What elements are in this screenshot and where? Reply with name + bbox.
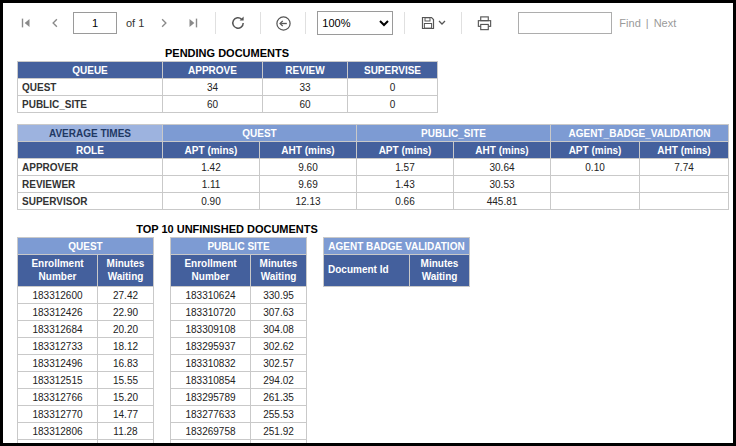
first-page-button[interactable] <box>15 12 37 34</box>
pending-header-row: QUEUE APPROVE REVIEW SUPERVISE <box>18 62 438 79</box>
print-button[interactable] <box>473 12 495 34</box>
column-header: APT (mins) <box>551 142 640 159</box>
pending-documents-table: QUEUE APPROVE REVIEW SUPERVISE QUEST3433… <box>17 61 438 113</box>
refresh-icon <box>230 15 246 31</box>
table-row: PUBLIC_SITE60600 <box>18 96 438 113</box>
refresh-button[interactable] <box>227 12 249 34</box>
table-cell: 183312770 <box>18 406 98 423</box>
print-icon <box>476 15 493 32</box>
table-cell: 9.69 <box>260 176 357 193</box>
next-link[interactable]: Next <box>654 17 677 29</box>
last-page-button[interactable] <box>182 12 204 34</box>
table-cell: 11.28 <box>98 423 154 440</box>
table-cell: 0 <box>348 79 438 96</box>
table-row: 18331280611.28 <box>18 423 154 440</box>
top10-agent-badge-table: AGENT BADGE VALIDATION Document Id Minut… <box>323 237 470 287</box>
table-row: 183310832302.57 <box>171 355 307 372</box>
table-cell: 1.43 <box>357 176 454 193</box>
table-cell: 183312684 <box>18 321 98 338</box>
table-cell: 1.11 <box>163 176 260 193</box>
table-cell: 330.95 <box>251 287 307 304</box>
back-to-parent-button[interactable] <box>272 12 294 34</box>
top10-quest-table: QUEST Enrollment Number Minutes Waiting … <box>17 237 154 446</box>
table-row: 18331242622.90 <box>18 304 154 321</box>
table-cell: 27.42 <box>98 287 154 304</box>
average-times-title: AVERAGE TIMES <box>18 125 163 142</box>
table-cell: 60 <box>263 96 348 113</box>
table-cell: 302.57 <box>251 355 307 372</box>
table-cell: 183277633 <box>171 406 251 423</box>
table-cell: 261.35 <box>251 389 307 406</box>
next-page-button[interactable] <box>153 12 175 34</box>
column-header: AHT (mins) <box>454 142 551 159</box>
find-next-links: Find | Next <box>619 17 676 29</box>
table-row: 183310720307.63 <box>171 304 307 321</box>
table-cell: 445.81 <box>454 193 551 210</box>
table-cell: 183312600 <box>18 287 98 304</box>
table-row: 18331276615.20 <box>18 389 154 406</box>
column-header: QUEUE <box>18 62 163 79</box>
find-input[interactable] <box>518 12 612 34</box>
zoom-select[interactable]: 100% <box>317 11 393 35</box>
column-header-row: Document Id Minutes Waiting <box>324 255 470 287</box>
group-header: AGENT_BADGE_VALIDATION <box>551 125 729 142</box>
table-cell: 183312806 <box>18 423 98 440</box>
column-header: Enrollment Number <box>171 255 251 287</box>
column-header: SUPERVISE <box>348 62 438 79</box>
table-row: 183310854294.02 <box>171 372 307 389</box>
table-name-row: AGENT BADGE VALIDATION <box>324 238 470 255</box>
table-cell: PUBLIC_SITE <box>18 96 163 113</box>
table-row: 18331268420.20 <box>18 321 154 338</box>
table-row: 183275035243.50 <box>171 440 307 446</box>
table-cell: 183310832 <box>171 355 251 372</box>
table-cell: 183312766 <box>18 389 98 406</box>
table-cell: 183312809 <box>18 440 98 446</box>
page-count-label: of 1 <box>126 17 144 29</box>
previous-page-icon <box>49 17 61 29</box>
table-cell: 34 <box>163 79 263 96</box>
column-header: Enrollment Number <box>18 255 98 287</box>
column-header: APPROVE <box>163 62 263 79</box>
table-cell: 183310720 <box>171 304 251 321</box>
page-number-input[interactable] <box>73 12 117 34</box>
table-cell: 15.55 <box>98 372 154 389</box>
top10-section: TOP 10 UNFINISHED DOCUMENTS QUEST Enroll… <box>17 223 733 446</box>
save-icon <box>420 15 436 31</box>
group-header: PUBLIC_SITE <box>357 125 551 142</box>
table-row: QUEST34330 <box>18 79 438 96</box>
chevron-down-icon <box>438 20 446 26</box>
table-cell: 30.64 <box>454 159 551 176</box>
table-cell: 0.66 <box>357 193 454 210</box>
table-cell: 294.02 <box>251 372 307 389</box>
find-link[interactable]: Find <box>619 17 640 29</box>
column-header-row: Enrollment Number Minutes Waiting <box>18 255 154 287</box>
table-cell <box>551 193 640 210</box>
table-cell: 0.10 <box>551 159 640 176</box>
toolbar-separator <box>215 12 216 34</box>
table-row: APPROVER1.429.601.5730.640.107.74 <box>18 159 729 176</box>
next-page-icon <box>158 17 170 29</box>
export-button[interactable] <box>416 12 450 34</box>
table-cell: 302.62 <box>251 338 307 355</box>
column-header: Minutes Waiting <box>251 255 307 287</box>
table-cell: 18.12 <box>98 338 154 355</box>
table-cell <box>640 176 729 193</box>
table-cell: 183295789 <box>171 389 251 406</box>
previous-page-button[interactable] <box>44 12 66 34</box>
table-cell: 0.90 <box>163 193 260 210</box>
table-cell: 183275035 <box>171 440 251 446</box>
table-cell: SUPERVISOR <box>18 193 163 210</box>
column-header: REVIEW <box>263 62 348 79</box>
table-row: 18331277014.77 <box>18 406 154 423</box>
table-cell: 183269758 <box>171 423 251 440</box>
table-row: 18331273318.12 <box>18 338 154 355</box>
table-cell: 251.92 <box>251 423 307 440</box>
table-cell: 15.20 <box>98 389 154 406</box>
toolbar-separator <box>404 12 405 34</box>
column-header: AHT (mins) <box>640 142 729 159</box>
group-header: QUEST <box>163 125 357 142</box>
table-cell: 22.90 <box>98 304 154 321</box>
table-cell: 183312733 <box>18 338 98 355</box>
table-row: REVIEWER1.119.691.4330.53 <box>18 176 729 193</box>
table-cell: 60 <box>163 96 263 113</box>
